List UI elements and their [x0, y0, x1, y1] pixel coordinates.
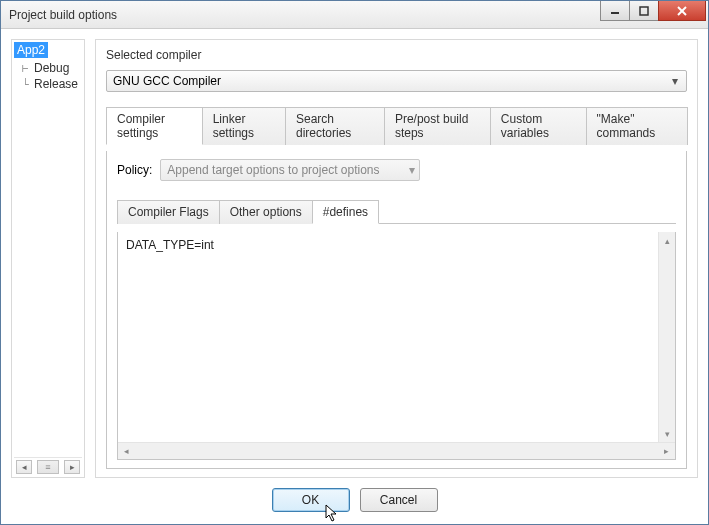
- subtab-defines[interactable]: #defines: [312, 200, 379, 224]
- defines-textarea-wrap: DATA_TYPE=int ▴ ▾ ◂ ▸: [118, 232, 675, 459]
- chevron-down-icon: ▾: [409, 163, 415, 177]
- settings-panel: Selected compiler GNU GCC Compiler ▾ Com…: [95, 39, 698, 478]
- cancel-button[interactable]: Cancel: [360, 488, 438, 512]
- compiler-dropdown-value: GNU GCC Compiler: [113, 74, 221, 88]
- close-icon: [676, 6, 688, 16]
- tree-connector-icon: ⊢: [22, 62, 32, 75]
- tab-search-directories[interactable]: Search directories: [285, 107, 385, 145]
- main-tabstrip: Compiler settings Linker settings Search…: [106, 106, 687, 145]
- tree-child-debug[interactable]: ⊢Debug: [22, 60, 82, 76]
- subtab-other-options[interactable]: Other options: [219, 200, 313, 224]
- target-tree-panel: App2 ⊢Debug └Release ◂ ≡ ▸: [11, 39, 85, 478]
- maximize-icon: [639, 6, 649, 16]
- vertical-scrollbar[interactable]: ▴ ▾: [658, 232, 675, 442]
- tab-prepost-build[interactable]: Pre/post build steps: [384, 107, 491, 145]
- defines-panel: DATA_TYPE=int ▴ ▾ ◂ ▸: [117, 232, 676, 460]
- dialog-window: Project build options App2 ⊢Debug └Relea…: [0, 0, 709, 525]
- tab-compiler-settings[interactable]: Compiler settings: [106, 107, 203, 145]
- tree-child-release[interactable]: └Release: [22, 76, 82, 92]
- scroll-down-button[interactable]: ▾: [659, 425, 675, 442]
- ok-button[interactable]: OK: [272, 488, 350, 512]
- scroll-right-button[interactable]: ▸: [658, 446, 675, 456]
- subtab-compiler-flags[interactable]: Compiler Flags: [117, 200, 220, 224]
- close-button[interactable]: [658, 1, 706, 21]
- scroll-up-button[interactable]: ▴: [659, 232, 675, 249]
- tree-horiz-scrollbar[interactable]: ◂ ≡ ▸: [14, 457, 82, 475]
- svg-rect-1: [640, 7, 648, 15]
- policy-dropdown-value: Append target options to project options: [167, 163, 379, 177]
- minimize-icon: [610, 6, 620, 16]
- tree-root-item[interactable]: App2: [14, 42, 48, 58]
- policy-dropdown[interactable]: Append target options to project options…: [160, 159, 420, 181]
- tab-custom-variables[interactable]: Custom variables: [490, 107, 587, 145]
- scroll-left-button[interactable]: ◂: [16, 460, 32, 474]
- chevron-down-icon: ▾: [666, 73, 684, 89]
- upper-row: App2 ⊢Debug └Release ◂ ≡ ▸ Selected comp…: [11, 39, 698, 478]
- sub-tabstrip: Compiler Flags Other options #defines: [117, 199, 676, 224]
- tree-connector-icon: └: [22, 78, 32, 91]
- tree-child-label: Release: [34, 77, 78, 91]
- horizontal-scrollbar[interactable]: ◂ ▸: [118, 442, 675, 459]
- scroll-right-button[interactable]: ▸: [64, 460, 80, 474]
- compiler-settings-panel: Policy: Append target options to project…: [106, 151, 687, 469]
- policy-row: Policy: Append target options to project…: [117, 159, 676, 181]
- tree-child-label: Debug: [34, 61, 69, 75]
- titlebar[interactable]: Project build options: [1, 1, 708, 29]
- scroll-left-button[interactable]: ◂: [118, 446, 135, 456]
- tree-children: ⊢Debug └Release: [14, 60, 82, 92]
- minimize-button[interactable]: [600, 1, 630, 21]
- tab-linker-settings[interactable]: Linker settings: [202, 107, 286, 145]
- defines-textarea[interactable]: DATA_TYPE=int: [118, 232, 658, 442]
- window-buttons: [601, 1, 706, 21]
- tab-make-commands[interactable]: "Make" commands: [586, 107, 688, 145]
- compiler-dropdown[interactable]: GNU GCC Compiler ▾: [106, 70, 687, 92]
- client-area: App2 ⊢Debug └Release ◂ ≡ ▸ Selected comp…: [1, 29, 708, 524]
- policy-label: Policy:: [117, 163, 152, 177]
- target-tree[interactable]: App2 ⊢Debug └Release: [14, 42, 82, 455]
- dialog-button-row: OK Cancel: [11, 486, 698, 516]
- maximize-button[interactable]: [629, 1, 659, 21]
- scroll-thumb[interactable]: ≡: [37, 460, 59, 474]
- selected-compiler-label: Selected compiler: [106, 48, 687, 62]
